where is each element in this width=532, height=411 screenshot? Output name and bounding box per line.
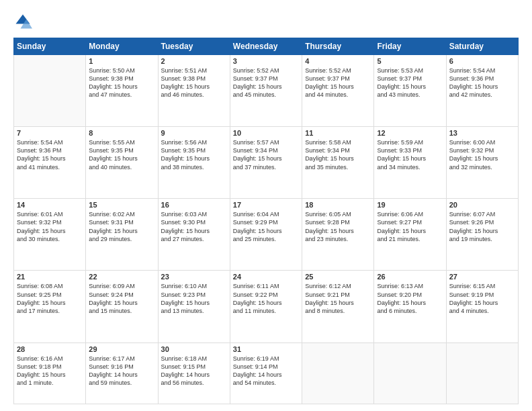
calendar-cell: 20Sunrise: 6:07 AM Sunset: 9:26 PM Dayli… bbox=[446, 199, 518, 271]
calendar-cell: 17Sunrise: 6:04 AM Sunset: 9:29 PM Dayli… bbox=[230, 199, 302, 271]
calendar-cell: 13Sunrise: 6:00 AM Sunset: 9:32 PM Dayli… bbox=[446, 127, 518, 199]
cell-info: Sunrise: 6:07 AM Sunset: 9:26 PM Dayligh… bbox=[449, 210, 515, 243]
calendar-cell: 8Sunrise: 5:55 AM Sunset: 9:35 PM Daylig… bbox=[86, 127, 158, 199]
header bbox=[13, 12, 519, 31]
calendar-cell: 25Sunrise: 6:12 AM Sunset: 9:21 PM Dayli… bbox=[302, 271, 374, 342]
calendar-week-row: 7Sunrise: 5:54 AM Sunset: 9:36 PM Daylig… bbox=[14, 127, 519, 199]
calendar-cell: 7Sunrise: 5:54 AM Sunset: 9:36 PM Daylig… bbox=[14, 127, 86, 199]
calendar-table: SundayMondayTuesdayWednesdayThursdayFrid… bbox=[13, 38, 519, 404]
day-number: 16 bbox=[161, 201, 227, 209]
day-number: 29 bbox=[89, 345, 154, 353]
day-number: 27 bbox=[449, 273, 515, 281]
calendar-week-row: 14Sunrise: 6:01 AM Sunset: 9:32 PM Dayli… bbox=[14, 199, 519, 271]
calendar-cell: 27Sunrise: 6:15 AM Sunset: 9:19 PM Dayli… bbox=[446, 271, 518, 342]
calendar-cell: 3Sunrise: 5:52 AM Sunset: 9:37 PM Daylig… bbox=[230, 55, 302, 127]
calendar-day-header: Saturday bbox=[446, 38, 518, 55]
calendar-cell: 15Sunrise: 6:02 AM Sunset: 9:31 PM Dayli… bbox=[86, 199, 158, 271]
day-number: 24 bbox=[233, 273, 299, 281]
cell-info: Sunrise: 6:04 AM Sunset: 9:29 PM Dayligh… bbox=[233, 210, 299, 243]
calendar-cell: 18Sunrise: 6:05 AM Sunset: 9:28 PM Dayli… bbox=[302, 199, 374, 271]
calendar-cell bbox=[302, 342, 374, 404]
cell-info: Sunrise: 6:00 AM Sunset: 9:32 PM Dayligh… bbox=[449, 138, 515, 171]
day-number: 4 bbox=[305, 57, 371, 65]
day-number: 7 bbox=[17, 129, 83, 137]
calendar-cell: 5Sunrise: 5:53 AM Sunset: 9:37 PM Daylig… bbox=[374, 55, 446, 127]
calendar-cell: 12Sunrise: 5:59 AM Sunset: 9:33 PM Dayli… bbox=[374, 127, 446, 199]
cell-info: Sunrise: 5:58 AM Sunset: 9:34 PM Dayligh… bbox=[305, 138, 371, 171]
calendar-week-row: 1Sunrise: 5:50 AM Sunset: 9:38 PM Daylig… bbox=[14, 55, 519, 127]
calendar-cell: 28Sunrise: 6:16 AM Sunset: 9:18 PM Dayli… bbox=[14, 342, 86, 404]
calendar-cell: 14Sunrise: 6:01 AM Sunset: 9:32 PM Dayli… bbox=[14, 199, 86, 271]
cell-info: Sunrise: 6:03 AM Sunset: 9:30 PM Dayligh… bbox=[161, 210, 227, 243]
calendar-cell: 22Sunrise: 6:09 AM Sunset: 9:24 PM Dayli… bbox=[86, 271, 158, 342]
day-number: 17 bbox=[233, 201, 299, 209]
calendar-cell: 31Sunrise: 6:19 AM Sunset: 9:14 PM Dayli… bbox=[230, 342, 302, 404]
cell-info: Sunrise: 5:52 AM Sunset: 9:37 PM Dayligh… bbox=[233, 66, 299, 99]
calendar-cell: 19Sunrise: 6:06 AM Sunset: 9:27 PM Dayli… bbox=[374, 199, 446, 271]
cell-info: Sunrise: 6:16 AM Sunset: 9:18 PM Dayligh… bbox=[17, 355, 83, 387]
day-number: 30 bbox=[161, 345, 227, 353]
day-number: 9 bbox=[161, 129, 227, 137]
day-number: 23 bbox=[161, 273, 227, 281]
calendar-cell: 9Sunrise: 5:56 AM Sunset: 9:35 PM Daylig… bbox=[158, 127, 230, 199]
day-number: 20 bbox=[449, 201, 515, 209]
calendar-cell: 6Sunrise: 5:54 AM Sunset: 9:36 PM Daylig… bbox=[446, 55, 518, 127]
cell-info: Sunrise: 6:13 AM Sunset: 9:20 PM Dayligh… bbox=[377, 282, 443, 315]
page: SundayMondayTuesdayWednesdayThursdayFrid… bbox=[0, 0, 532, 411]
cell-info: Sunrise: 5:54 AM Sunset: 9:36 PM Dayligh… bbox=[17, 138, 83, 171]
day-number: 3 bbox=[233, 57, 299, 65]
day-number: 13 bbox=[449, 129, 515, 137]
day-number: 26 bbox=[377, 273, 443, 281]
cell-info: Sunrise: 6:11 AM Sunset: 9:22 PM Dayligh… bbox=[233, 282, 299, 315]
day-number: 2 bbox=[161, 57, 227, 65]
calendar-cell: 23Sunrise: 6:10 AM Sunset: 9:23 PM Dayli… bbox=[158, 271, 230, 342]
calendar-cell: 4Sunrise: 5:52 AM Sunset: 9:37 PM Daylig… bbox=[302, 55, 374, 127]
cell-info: Sunrise: 6:02 AM Sunset: 9:31 PM Dayligh… bbox=[89, 210, 154, 243]
cell-info: Sunrise: 5:55 AM Sunset: 9:35 PM Dayligh… bbox=[89, 138, 154, 171]
day-number: 1 bbox=[89, 57, 154, 65]
day-number: 11 bbox=[305, 129, 371, 137]
calendar-cell: 29Sunrise: 6:17 AM Sunset: 9:16 PM Dayli… bbox=[86, 342, 158, 404]
day-number: 14 bbox=[17, 201, 83, 209]
calendar-cell: 1Sunrise: 5:50 AM Sunset: 9:38 PM Daylig… bbox=[86, 55, 158, 127]
calendar-cell: 26Sunrise: 6:13 AM Sunset: 9:20 PM Dayli… bbox=[374, 271, 446, 342]
cell-info: Sunrise: 5:50 AM Sunset: 9:38 PM Dayligh… bbox=[89, 66, 154, 99]
calendar-cell: 24Sunrise: 6:11 AM Sunset: 9:22 PM Dayli… bbox=[230, 271, 302, 342]
day-number: 6 bbox=[449, 57, 515, 65]
cell-info: Sunrise: 6:05 AM Sunset: 9:28 PM Dayligh… bbox=[305, 210, 371, 243]
calendar-cell: 30Sunrise: 6:18 AM Sunset: 9:15 PM Dayli… bbox=[158, 342, 230, 404]
calendar-cell bbox=[446, 342, 518, 404]
calendar-cell: 11Sunrise: 5:58 AM Sunset: 9:34 PM Dayli… bbox=[302, 127, 374, 199]
cell-info: Sunrise: 5:53 AM Sunset: 9:37 PM Dayligh… bbox=[377, 66, 443, 99]
cell-info: Sunrise: 6:19 AM Sunset: 9:14 PM Dayligh… bbox=[233, 355, 299, 387]
cell-info: Sunrise: 6:09 AM Sunset: 9:24 PM Dayligh… bbox=[89, 282, 154, 315]
cell-info: Sunrise: 5:57 AM Sunset: 9:34 PM Dayligh… bbox=[233, 138, 299, 171]
cell-info: Sunrise: 6:06 AM Sunset: 9:27 PM Dayligh… bbox=[377, 210, 443, 243]
calendar-day-header: Tuesday bbox=[158, 38, 230, 55]
cell-info: Sunrise: 5:51 AM Sunset: 9:38 PM Dayligh… bbox=[161, 66, 227, 99]
cell-info: Sunrise: 5:59 AM Sunset: 9:33 PM Dayligh… bbox=[377, 138, 443, 171]
day-number: 10 bbox=[233, 129, 299, 137]
cell-info: Sunrise: 6:01 AM Sunset: 9:32 PM Dayligh… bbox=[17, 210, 83, 243]
logo-icon bbox=[13, 12, 32, 31]
logo bbox=[13, 12, 35, 31]
cell-info: Sunrise: 6:15 AM Sunset: 9:19 PM Dayligh… bbox=[449, 282, 515, 315]
cell-info: Sunrise: 6:12 AM Sunset: 9:21 PM Dayligh… bbox=[305, 282, 371, 315]
calendar-cell: 10Sunrise: 5:57 AM Sunset: 9:34 PM Dayli… bbox=[230, 127, 302, 199]
calendar-header-row: SundayMondayTuesdayWednesdayThursdayFrid… bbox=[14, 38, 519, 55]
cell-info: Sunrise: 6:18 AM Sunset: 9:15 PM Dayligh… bbox=[161, 355, 227, 387]
day-number: 22 bbox=[89, 273, 154, 281]
calendar-day-header: Friday bbox=[374, 38, 446, 55]
day-number: 18 bbox=[305, 201, 371, 209]
day-number: 25 bbox=[305, 273, 371, 281]
calendar-cell bbox=[374, 342, 446, 404]
day-number: 15 bbox=[89, 201, 154, 209]
cell-info: Sunrise: 5:56 AM Sunset: 9:35 PM Dayligh… bbox=[161, 138, 227, 171]
calendar-day-header: Monday bbox=[86, 38, 158, 55]
calendar-week-row: 21Sunrise: 6:08 AM Sunset: 9:25 PM Dayli… bbox=[14, 271, 519, 342]
day-number: 8 bbox=[89, 129, 154, 137]
calendar-week-row: 28Sunrise: 6:16 AM Sunset: 9:18 PM Dayli… bbox=[14, 342, 519, 404]
calendar-day-header: Thursday bbox=[302, 38, 374, 55]
calendar-cell: 21Sunrise: 6:08 AM Sunset: 9:25 PM Dayli… bbox=[14, 271, 86, 342]
day-number: 12 bbox=[377, 129, 443, 137]
